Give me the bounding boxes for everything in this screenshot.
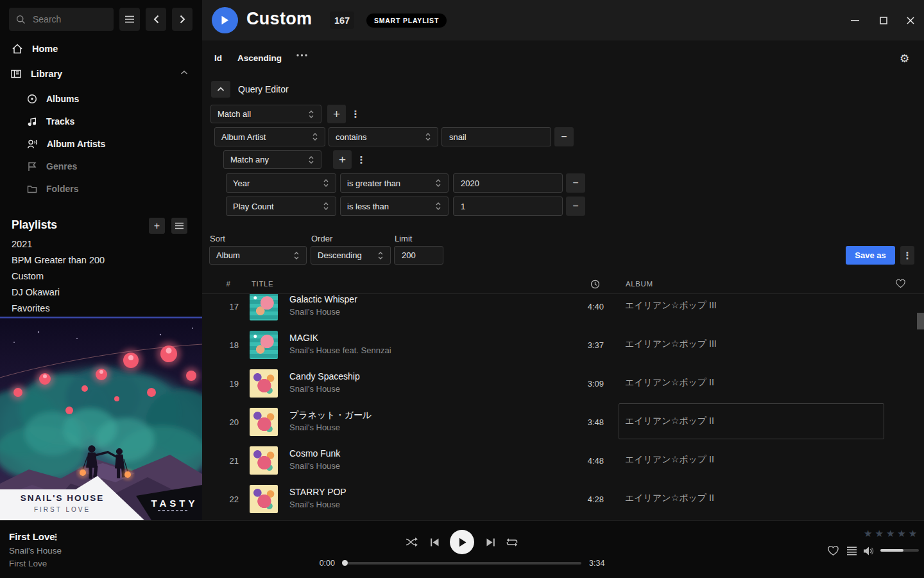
back-button[interactable] bbox=[146, 8, 166, 31]
track-album[interactable]: エイリアン☆ポップ II bbox=[619, 480, 884, 516]
add-playlist-button[interactable]: + bbox=[149, 218, 165, 234]
rule1-field-select[interactable]: Album Artist bbox=[214, 127, 325, 146]
star-icon[interactable]: ★ bbox=[886, 528, 894, 539]
track-artist[interactable]: Snail's House bbox=[289, 384, 340, 394]
sidebar-item-library[interactable]: Library bbox=[10, 67, 62, 80]
playlist-item-favorites[interactable]: Favorites bbox=[12, 303, 50, 313]
playlist-item-dj-okawari[interactable]: DJ Okawari bbox=[12, 287, 60, 297]
save-more-button[interactable]: ⋮ bbox=[900, 246, 914, 265]
repeat-button[interactable] bbox=[506, 536, 518, 548]
match-type-select-group2[interactable]: Match any bbox=[223, 150, 321, 169]
rule2-operator-select[interactable]: is greater than bbox=[340, 173, 449, 193]
menu-button[interactable] bbox=[119, 8, 140, 31]
favorite-button[interactable] bbox=[828, 545, 839, 556]
column-header-duration[interactable] bbox=[590, 274, 600, 293]
play-pause-button[interactable] bbox=[450, 530, 474, 554]
rule3-field-select[interactable]: Play Count bbox=[226, 197, 336, 216]
rule2-value-input[interactable] bbox=[453, 173, 563, 193]
sidebar-item-albums[interactable]: Albums bbox=[27, 93, 79, 105]
remove-rule3-button[interactable]: − bbox=[566, 197, 585, 216]
library-collapse-chevron[interactable] bbox=[180, 70, 188, 75]
track-title[interactable]: Galactic Whisper bbox=[289, 294, 357, 304]
track-title[interactable]: Candy Spaceship bbox=[289, 371, 360, 381]
order-select[interactable]: Descending bbox=[311, 246, 391, 265]
rule3-value-input[interactable] bbox=[453, 197, 563, 216]
sidebar-item-genres[interactable]: Genres bbox=[27, 161, 77, 172]
playlist-item-custom[interactable]: Custom bbox=[12, 271, 44, 281]
track-title[interactable]: MAGIK bbox=[289, 333, 318, 343]
remove-rule1-button[interactable]: − bbox=[554, 127, 574, 146]
remove-rule2-button[interactable]: − bbox=[566, 173, 585, 193]
add-rule-button-group1[interactable]: + bbox=[327, 105, 346, 123]
sort-more-button[interactable] bbox=[296, 54, 307, 57]
column-header-number[interactable]: # bbox=[218, 274, 239, 293]
save-as-button[interactable]: Save as bbox=[846, 246, 895, 265]
match-type-select-group1[interactable]: Match all bbox=[210, 105, 321, 123]
track-artist[interactable]: Snail's House bbox=[289, 307, 340, 317]
track-album[interactable]: エイリアン☆ポップ II bbox=[619, 442, 884, 478]
column-header-favorite[interactable] bbox=[896, 274, 905, 293]
track-artist[interactable]: Snail's House feat. Sennzai bbox=[289, 346, 391, 355]
table-row[interactable]: 20 プラネット・ガール Snail's House 3:48 エイリアン☆ポッ… bbox=[202, 403, 924, 441]
search-input[interactable] bbox=[9, 8, 114, 31]
maximize-button[interactable] bbox=[877, 14, 891, 27]
seek-bar[interactable] bbox=[343, 562, 581, 565]
playlist-item-bpm[interactable]: BPM Greater than 200 bbox=[12, 255, 105, 265]
minimize-button[interactable] bbox=[848, 14, 862, 27]
sidebar-item-home[interactable]: Home bbox=[12, 42, 58, 55]
limit-input[interactable] bbox=[394, 246, 443, 265]
column-header-album[interactable]: ALBUM bbox=[626, 274, 653, 293]
sidebar-item-album-artists[interactable]: Album Artists bbox=[27, 138, 105, 150]
search-field[interactable] bbox=[31, 13, 105, 25]
track-album[interactable]: エイリアン☆ポップ II bbox=[619, 403, 884, 439]
table-row[interactable]: 21 Cosmo Funk Snail's House 4:48 エイリアン☆ポ… bbox=[202, 441, 924, 480]
table-row[interactable]: 18 MAGIK Snail's House feat. Sennzai 3:3… bbox=[202, 326, 924, 364]
queue-button[interactable] bbox=[846, 546, 857, 556]
sort-select[interactable]: Album bbox=[209, 246, 307, 265]
volume-slider[interactable] bbox=[880, 549, 919, 552]
star-icon[interactable]: ★ bbox=[864, 528, 872, 539]
column-header-title[interactable]: TITLE bbox=[252, 274, 273, 293]
previous-track-button[interactable] bbox=[429, 536, 440, 548]
table-row[interactable]: 17 Galactic Whisper Snail's House 4:40 エ… bbox=[202, 294, 924, 326]
rule1-value-input[interactable] bbox=[441, 127, 551, 146]
rule1-operator-select[interactable]: contains bbox=[329, 127, 438, 146]
add-rule-button-group2[interactable]: + bbox=[333, 150, 352, 169]
star-icon[interactable]: ★ bbox=[897, 528, 905, 539]
rule3-operator-select[interactable]: is less than bbox=[340, 197, 449, 216]
track-title[interactable]: プラネット・ガール bbox=[289, 410, 372, 421]
table-scrollbar-thumb[interactable] bbox=[917, 313, 924, 329]
track-title[interactable]: STARRY POP bbox=[289, 487, 346, 497]
track-album[interactable]: エイリアン☆ポップ II bbox=[619, 365, 884, 401]
next-track-button[interactable] bbox=[484, 536, 496, 548]
forward-button[interactable] bbox=[172, 8, 193, 31]
seek-thumb[interactable] bbox=[342, 560, 348, 566]
settings-button[interactable]: ⚙ bbox=[900, 52, 909, 66]
shuffle-button[interactable] bbox=[405, 536, 419, 548]
table-row[interactable]: 19 Candy Spaceship Snail's House 3:09 エイ… bbox=[202, 364, 924, 403]
query-editor-collapse-button[interactable] bbox=[211, 81, 230, 98]
play-playlist-button[interactable] bbox=[212, 7, 238, 33]
group1-more-button[interactable]: ⋮ bbox=[350, 105, 361, 123]
playlist-list-button[interactable] bbox=[171, 218, 187, 234]
track-artist[interactable]: Snail's House bbox=[289, 423, 340, 432]
track-album[interactable]: エイリアン☆ポップ III bbox=[619, 294, 884, 324]
rating-stars[interactable]: ★ ★ ★ ★ ★ bbox=[864, 528, 917, 539]
close-button[interactable] bbox=[903, 14, 918, 27]
track-album[interactable]: エイリアン☆ポップ III bbox=[619, 326, 884, 362]
table-row[interactable]: 22 STARRY POP Snail's House 4:28 エイリアン☆ポ… bbox=[202, 480, 924, 518]
sort-direction-button[interactable]: Ascending bbox=[237, 53, 282, 63]
now-playing-more-button[interactable]: ⋮ bbox=[51, 531, 60, 543]
star-icon[interactable]: ★ bbox=[909, 528, 917, 539]
rule2-field-select[interactable]: Year bbox=[226, 173, 336, 193]
track-title[interactable]: Cosmo Funk bbox=[289, 448, 340, 459]
group2-more-button[interactable]: ⋮ bbox=[355, 150, 367, 169]
track-artist[interactable]: Snail's House bbox=[289, 500, 340, 509]
sidebar-item-folders[interactable]: Folders bbox=[27, 183, 79, 195]
playlist-item-2021[interactable]: 2021 bbox=[12, 239, 32, 249]
volume-button[interactable] bbox=[862, 545, 875, 556]
track-artist[interactable]: Snail's House bbox=[289, 461, 340, 471]
sidebar-item-tracks[interactable]: Tracks bbox=[27, 116, 74, 127]
star-icon[interactable]: ★ bbox=[875, 528, 883, 539]
sort-field-button[interactable]: Id bbox=[214, 53, 222, 63]
